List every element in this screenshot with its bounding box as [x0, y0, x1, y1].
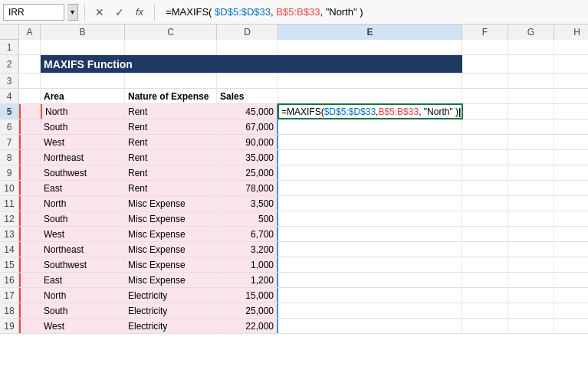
- formula-input[interactable]: =MAXIFS( $D$5:$D$33, B$5:B$33, "North" ): [161, 6, 585, 18]
- cell-c10[interactable]: Rent: [125, 181, 217, 195]
- cell-b1[interactable]: [41, 40, 125, 54]
- cell-e13[interactable]: [278, 227, 462, 241]
- cell-d3[interactable]: [217, 74, 278, 88]
- cell-f13[interactable]: [462, 227, 508, 241]
- cell-h12[interactable]: [554, 211, 588, 226]
- cell-a4[interactable]: [19, 89, 41, 103]
- col-header-h[interactable]: H: [554, 25, 588, 40]
- cell-h10[interactable]: [554, 181, 588, 195]
- cell-g5[interactable]: [508, 104, 554, 119]
- cell-c11[interactable]: Misc Expense: [125, 196, 217, 211]
- cell-b7[interactable]: West: [41, 135, 125, 149]
- cell-g12[interactable]: [508, 211, 554, 226]
- cell-e8[interactable]: [278, 150, 462, 165]
- cell-h3[interactable]: [554, 74, 588, 88]
- cell-b14[interactable]: Northeast: [41, 242, 125, 257]
- cell-a16[interactable]: [19, 273, 41, 287]
- cell-e18[interactable]: [278, 303, 462, 318]
- cell-a8[interactable]: [19, 150, 41, 165]
- cell-d9[interactable]: 25,000: [217, 165, 278, 180]
- cell-h17[interactable]: [554, 288, 588, 303]
- cell-a1[interactable]: [19, 40, 41, 54]
- cell-a19[interactable]: [19, 319, 41, 333]
- cell-f18[interactable]: [462, 303, 508, 318]
- cell-h2[interactable]: [554, 55, 588, 73]
- cell-a12[interactable]: [19, 211, 41, 226]
- cell-e9[interactable]: [278, 165, 462, 180]
- cell-h18[interactable]: [554, 303, 588, 318]
- cell-e14[interactable]: [278, 242, 462, 257]
- cell-g13[interactable]: [508, 227, 554, 241]
- cell-a11[interactable]: [19, 196, 41, 211]
- cell-a3[interactable]: [19, 74, 41, 88]
- col-header-c[interactable]: C: [125, 25, 217, 40]
- cell-h15[interactable]: [554, 257, 588, 272]
- cell-b4[interactable]: Area: [41, 89, 125, 103]
- cancel-button[interactable]: ✕: [91, 4, 108, 21]
- col-header-e[interactable]: E: [278, 25, 462, 40]
- col-header-g[interactable]: G: [508, 25, 554, 40]
- cell-e10[interactable]: [278, 181, 462, 195]
- cell-h7[interactable]: [554, 135, 588, 149]
- cell-a5[interactable]: [19, 104, 41, 119]
- cell-a13[interactable]: [19, 227, 41, 241]
- cell-c9[interactable]: Rent: [125, 165, 217, 180]
- cell-b13[interactable]: West: [41, 227, 125, 241]
- col-header-d[interactable]: D: [217, 25, 278, 40]
- cell-c16[interactable]: Misc Expense: [125, 273, 217, 287]
- cell-d11[interactable]: 3,500: [217, 196, 278, 211]
- cell-e16[interactable]: [278, 273, 462, 287]
- cell-e1[interactable]: [278, 40, 462, 54]
- cell-b17[interactable]: North: [41, 288, 125, 303]
- cell-g18[interactable]: [508, 303, 554, 318]
- cell-h14[interactable]: [554, 242, 588, 257]
- cell-g7[interactable]: [508, 135, 554, 149]
- cell-f7[interactable]: [462, 135, 508, 149]
- cell-c17[interactable]: Electricity: [125, 288, 217, 303]
- cell-g11[interactable]: [508, 196, 554, 211]
- cell-d16[interactable]: 1,200: [217, 273, 278, 287]
- cell-a15[interactable]: [19, 257, 41, 272]
- cell-h5[interactable]: [554, 104, 588, 119]
- cell-b8[interactable]: Northeast: [41, 150, 125, 165]
- cell-c19[interactable]: Electricity: [125, 319, 217, 333]
- cell-b15[interactable]: Southwest: [41, 257, 125, 272]
- cell-h1[interactable]: [554, 40, 588, 54]
- cell-f19[interactable]: [462, 319, 508, 333]
- cell-d13[interactable]: 6,700: [217, 227, 278, 241]
- cell-a9[interactable]: [19, 165, 41, 180]
- cell-e19[interactable]: [278, 319, 462, 333]
- name-box-dropdown[interactable]: ▾: [67, 4, 78, 21]
- cell-g1[interactable]: [508, 40, 554, 54]
- cell-h4[interactable]: [554, 89, 588, 103]
- cell-g15[interactable]: [508, 257, 554, 272]
- cell-b12[interactable]: South: [41, 211, 125, 226]
- cell-c5[interactable]: Rent: [125, 104, 217, 119]
- cell-f11[interactable]: [462, 196, 508, 211]
- cell-f10[interactable]: [462, 181, 508, 195]
- cell-f16[interactable]: [462, 273, 508, 287]
- cell-d18[interactable]: 25,000: [217, 303, 278, 318]
- confirm-button[interactable]: ✓: [111, 4, 128, 21]
- cell-g8[interactable]: [508, 150, 554, 165]
- cell-d6[interactable]: 67,000: [217, 119, 278, 134]
- cell-a6[interactable]: [19, 119, 41, 134]
- cell-e5[interactable]: =MAXIFS( $D$5:$D$33, B$5:B$33, "North" )…: [278, 104, 462, 119]
- cell-f2[interactable]: [462, 55, 508, 73]
- cell-g2[interactable]: [508, 55, 554, 73]
- cell-e6[interactable]: [278, 119, 462, 134]
- cell-h8[interactable]: [554, 150, 588, 165]
- cell-d10[interactable]: 78,000: [217, 181, 278, 195]
- cell-c18[interactable]: Electricity: [125, 303, 217, 318]
- cell-b11[interactable]: North: [41, 196, 125, 211]
- cell-a10[interactable]: [19, 181, 41, 195]
- cell-h13[interactable]: [554, 227, 588, 241]
- cell-f12[interactable]: [462, 211, 508, 226]
- cell-c13[interactable]: Misc Expense: [125, 227, 217, 241]
- cell-f15[interactable]: [462, 257, 508, 272]
- cell-b5[interactable]: North: [41, 104, 125, 119]
- cell-g17[interactable]: [508, 288, 554, 303]
- cell-d5[interactable]: 45,000: [217, 104, 278, 119]
- col-header-a[interactable]: A: [19, 25, 41, 40]
- cell-b9[interactable]: Southwest: [41, 165, 125, 180]
